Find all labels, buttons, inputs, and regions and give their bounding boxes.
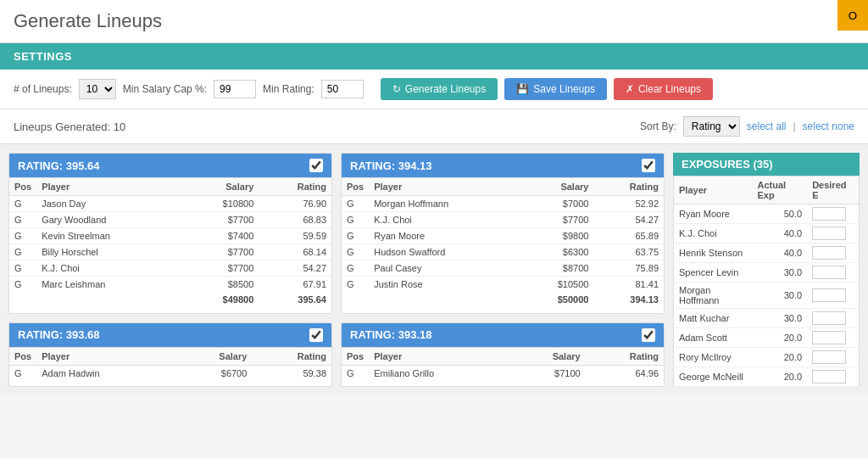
table-row: G Paul Casey $8700 75.89 — [342, 260, 664, 277]
exposures-table-header: Player Actual Exp Desired E — [674, 176, 860, 204]
lineup-card-2: RATING: 394.13 Pos Player Salary Rating — [341, 153, 665, 314]
player-name: Hudson Swafford — [369, 244, 520, 260]
list-item: George McNeill 20.0 — [674, 367, 860, 387]
lineup-card-1: RATING: 395.64 Pos Player Salary Rating — [8, 153, 332, 314]
exp-desired-cell — [807, 224, 859, 243]
exp-desired-input[interactable] — [812, 266, 846, 279]
player-pos: G — [342, 228, 369, 244]
col-pos-2: Pos — [342, 178, 369, 196]
lineups-row: # of Lineups: 10 Min Salary Cap %: Min R… — [14, 79, 364, 99]
player-salary: $7700 — [182, 212, 259, 228]
exp-actual-val: 30.0 — [753, 309, 808, 328]
exp-actual-val: 40.0 — [753, 224, 808, 243]
orange-button[interactable]: O — [837, 0, 868, 31]
player-salary: $9800 — [520, 228, 593, 244]
total-rating-1: 395.64 — [259, 292, 331, 307]
pipe-divider: | — [793, 120, 795, 132]
col-salary-3: Salary — [175, 347, 252, 365]
save-button[interactable]: 💾 Save Lineups — [504, 78, 607, 100]
settings-controls: # of Lineups: 10 Min Salary Cap %: Min R… — [0, 70, 868, 109]
min-salary-input[interactable] — [214, 80, 256, 98]
lineup-rating-1: RATING: 395.64 — [18, 160, 100, 172]
lineup-checkbox-1[interactable] — [309, 159, 323, 172]
table-row: G Billy Horschel $7700 68.14 — [9, 244, 331, 260]
exp-desired-input[interactable] — [812, 350, 846, 364]
table-row: G Kevin Streelman $7400 59.59 — [9, 228, 331, 244]
min-rating-label: Min Rating: — [263, 83, 314, 95]
lineup-checkbox-2[interactable] — [642, 159, 655, 172]
player-pos: G — [9, 196, 36, 212]
player-pos: G — [9, 212, 36, 228]
lineup-table-header: Pos Player Salary Rating — [9, 178, 331, 196]
exp-desired-input[interactable] — [812, 227, 846, 240]
player-salary: $7400 — [182, 228, 259, 244]
player-rating: 52.92 — [593, 196, 664, 212]
lineups-select[interactable]: 10 — [79, 79, 116, 99]
table-row: G Gary Woodland $7700 68.83 — [9, 212, 331, 228]
exp-actual-val: 30.0 — [753, 263, 808, 283]
save-label: Save Lineups — [533, 83, 595, 95]
player-pos: G — [342, 244, 369, 260]
totals-row-2: $50000 394.13 — [342, 292, 664, 307]
lineup-checkbox-4[interactable] — [642, 328, 655, 342]
min-rating-input[interactable] — [321, 80, 364, 98]
clear-icon: ✗ — [626, 83, 634, 95]
toolbar-right: Sort By: Rating select all | select none — [640, 116, 854, 137]
player-salary: $7100 — [509, 365, 586, 381]
lineups-label: # of Lineups: — [14, 83, 72, 95]
exp-desired-cell — [807, 283, 859, 309]
exp-actual-val: 20.0 — [753, 367, 808, 387]
lineup-header-4: RATING: 393.18 — [342, 323, 664, 347]
player-name: Kevin Streelman — [36, 228, 182, 244]
col-player-4: Player — [369, 347, 509, 365]
exp-desired-input[interactable] — [812, 311, 846, 325]
lineup-header-1: RATING: 395.64 — [9, 154, 331, 177]
clear-label: Clear Lineups — [638, 83, 701, 95]
exp-desired-input[interactable] — [812, 246, 846, 260]
player-salary: $8700 — [520, 260, 593, 277]
player-name: Adam Hadwin — [36, 365, 175, 381]
col-rating: Rating — [259, 178, 331, 196]
exp-player-name: Spencer Levin — [674, 263, 753, 283]
player-rating: 75.89 — [593, 260, 664, 277]
sort-select[interactable]: Rating — [683, 116, 740, 137]
player-salary: $7700 — [182, 244, 259, 260]
generate-button[interactable]: ↻ Generate Lineups — [381, 78, 498, 100]
player-salary: $10500 — [520, 277, 593, 293]
lineups-grid: RATING: 395.64 Pos Player Salary Rating — [8, 153, 665, 387]
lineup-table-1: Pos Player Salary Rating G Jason Day $10… — [9, 177, 331, 307]
player-pos: G — [342, 260, 369, 277]
lineup-card-4: RATING: 393.18 Pos Player Salary Rating — [341, 322, 665, 388]
player-rating: 76.90 — [259, 196, 331, 212]
exp-actual-val: 20.0 — [753, 348, 808, 367]
col-player-3: Player — [36, 347, 175, 365]
list-item: K.J. Choi 40.0 — [674, 224, 860, 243]
totals-row-1: $49800 395.64 — [9, 292, 331, 307]
clear-button[interactable]: ✗ Clear Lineups — [614, 78, 713, 100]
col-pos: Pos — [9, 178, 36, 196]
select-none-link[interactable]: select none — [803, 120, 854, 132]
player-name: Jason Day — [36, 196, 182, 212]
list-item: Matt Kuchar 30.0 — [674, 309, 860, 328]
player-rating: 54.27 — [593, 212, 664, 228]
exp-desired-input[interactable] — [812, 288, 846, 302]
col-rating-3: Rating — [252, 347, 331, 365]
exp-desired-input[interactable] — [812, 331, 846, 344]
col-rating-4: Rating — [586, 347, 664, 365]
col-salary: Salary — [182, 178, 259, 196]
lineup-checkbox-3[interactable] — [309, 328, 323, 342]
table-row: G Adam Hadwin $6700 59.38 — [9, 365, 331, 381]
save-icon: 💾 — [516, 83, 529, 95]
exp-player-name: Henrik Stenson — [674, 243, 753, 263]
total-rating-2: 394.13 — [593, 292, 664, 307]
generate-icon: ↻ — [392, 83, 401, 95]
exp-desired-input[interactable] — [812, 370, 846, 383]
player-pos: G — [9, 260, 36, 277]
col-salary-4: Salary — [509, 347, 586, 365]
exp-desired-input[interactable] — [812, 207, 846, 221]
exp-player-name: Adam Scott — [674, 328, 753, 348]
select-all-link[interactable]: select all — [747, 120, 787, 132]
player-rating: 63.75 — [593, 244, 664, 260]
player-pos: G — [342, 277, 369, 293]
table-row: G Ryan Moore $9800 65.89 — [342, 228, 664, 244]
